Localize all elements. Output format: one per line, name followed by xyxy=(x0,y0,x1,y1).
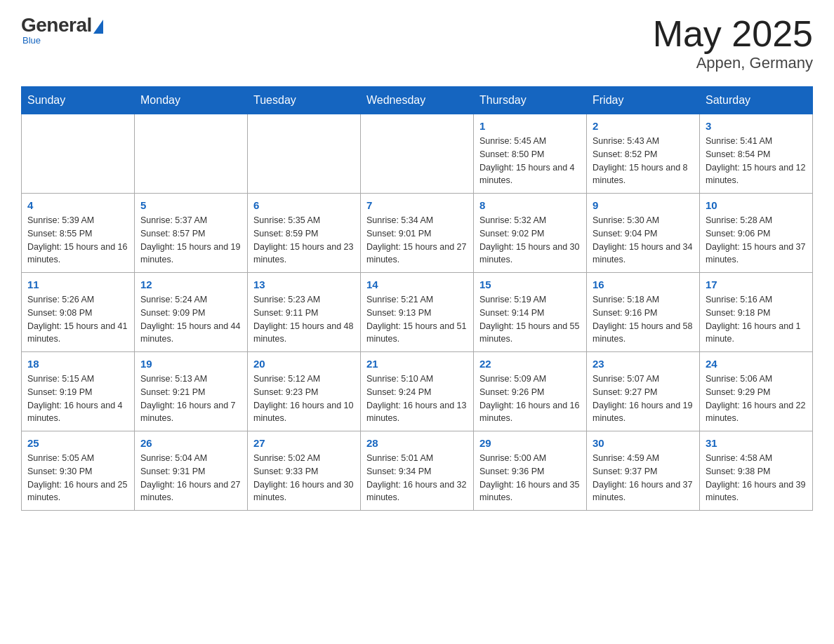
day-number: 24 xyxy=(706,358,807,370)
day-number: 8 xyxy=(479,199,581,211)
calendar-cell xyxy=(248,114,361,194)
calendar-cell: 20Sunrise: 5:12 AM Sunset: 9:23 PM Dayli… xyxy=(248,352,361,431)
day-number: 5 xyxy=(140,199,241,211)
day-of-week-sunday: Sunday xyxy=(22,87,135,114)
calendar-cell: 8Sunrise: 5:32 AM Sunset: 9:02 PM Daylig… xyxy=(474,194,587,273)
day-number: 6 xyxy=(253,199,355,211)
calendar-cell: 17Sunrise: 5:16 AM Sunset: 9:18 PM Dayli… xyxy=(700,273,813,352)
logo-general-text: General xyxy=(21,14,92,36)
day-info: Sunrise: 5:01 AM Sunset: 9:34 PM Dayligh… xyxy=(366,452,468,504)
day-number: 12 xyxy=(140,279,241,290)
day-info: Sunrise: 4:58 AM Sunset: 9:38 PM Dayligh… xyxy=(706,452,807,504)
day-number: 7 xyxy=(366,199,468,211)
day-info: Sunrise: 5:00 AM Sunset: 9:36 PM Dayligh… xyxy=(479,452,581,504)
day-info: Sunrise: 5:10 AM Sunset: 9:24 PM Dayligh… xyxy=(366,373,468,425)
calendar-cell: 2Sunrise: 5:43 AM Sunset: 8:52 PM Daylig… xyxy=(587,114,700,194)
day-number: 10 xyxy=(706,199,807,211)
day-number: 11 xyxy=(27,279,128,290)
calendar-cell xyxy=(22,114,135,194)
day-number: 22 xyxy=(479,358,581,370)
logo-blue-text: Blue xyxy=(22,35,41,46)
day-info: Sunrise: 5:02 AM Sunset: 9:33 PM Dayligh… xyxy=(253,452,355,504)
day-info: Sunrise: 5:30 AM Sunset: 9:04 PM Dayligh… xyxy=(593,214,694,267)
day-info: Sunrise: 5:43 AM Sunset: 8:52 PM Dayligh… xyxy=(593,135,694,187)
logo-triangle-icon xyxy=(93,20,103,34)
day-number: 26 xyxy=(140,437,241,449)
day-info: Sunrise: 5:32 AM Sunset: 9:02 PM Dayligh… xyxy=(479,214,581,267)
day-number: 17 xyxy=(706,279,807,290)
calendar-header-row: SundayMondayTuesdayWednesdayThursdayFrid… xyxy=(22,87,813,114)
calendar-cell: 7Sunrise: 5:34 AM Sunset: 9:01 PM Daylig… xyxy=(361,194,474,273)
day-number: 3 xyxy=(706,120,807,132)
day-number: 27 xyxy=(253,437,355,449)
day-number: 19 xyxy=(140,358,241,370)
day-info: Sunrise: 5:45 AM Sunset: 8:50 PM Dayligh… xyxy=(479,135,581,187)
day-info: Sunrise: 4:59 AM Sunset: 9:37 PM Dayligh… xyxy=(593,452,694,504)
day-number: 2 xyxy=(593,120,694,132)
day-number: 13 xyxy=(253,279,355,290)
calendar-cell: 24Sunrise: 5:06 AM Sunset: 9:29 PM Dayli… xyxy=(700,352,813,431)
calendar-cell xyxy=(135,114,248,194)
week-row-1: 1Sunrise: 5:45 AM Sunset: 8:50 PM Daylig… xyxy=(22,114,813,194)
day-info: Sunrise: 5:35 AM Sunset: 8:59 PM Dayligh… xyxy=(253,214,355,267)
calendar-cell: 25Sunrise: 5:05 AM Sunset: 9:30 PM Dayli… xyxy=(22,431,135,511)
day-info: Sunrise: 5:24 AM Sunset: 9:09 PM Dayligh… xyxy=(140,293,241,346)
week-row-2: 4Sunrise: 5:39 AM Sunset: 8:55 PM Daylig… xyxy=(22,194,813,273)
day-info: Sunrise: 5:21 AM Sunset: 9:13 PM Dayligh… xyxy=(366,293,468,346)
day-info: Sunrise: 5:19 AM Sunset: 9:14 PM Dayligh… xyxy=(479,293,581,346)
page-header: General Blue May 2025 Appen, Germany xyxy=(21,14,813,72)
calendar-cell: 16Sunrise: 5:18 AM Sunset: 9:16 PM Dayli… xyxy=(587,273,700,352)
calendar-cell: 13Sunrise: 5:23 AM Sunset: 9:11 PM Dayli… xyxy=(248,273,361,352)
location-text: Appen, Germany xyxy=(653,54,813,72)
day-info: Sunrise: 5:39 AM Sunset: 8:55 PM Dayligh… xyxy=(27,214,128,267)
day-info: Sunrise: 5:41 AM Sunset: 8:54 PM Dayligh… xyxy=(706,135,807,187)
calendar-cell: 21Sunrise: 5:10 AM Sunset: 9:24 PM Dayli… xyxy=(361,352,474,431)
day-info: Sunrise: 5:15 AM Sunset: 9:19 PM Dayligh… xyxy=(27,373,128,425)
day-info: Sunrise: 5:37 AM Sunset: 8:57 PM Dayligh… xyxy=(140,214,241,267)
day-number: 30 xyxy=(593,437,694,449)
day-number: 21 xyxy=(366,358,468,370)
calendar-cell: 9Sunrise: 5:30 AM Sunset: 9:04 PM Daylig… xyxy=(587,194,700,273)
day-info: Sunrise: 5:34 AM Sunset: 9:01 PM Dayligh… xyxy=(366,214,468,267)
week-row-4: 18Sunrise: 5:15 AM Sunset: 9:19 PM Dayli… xyxy=(22,352,813,431)
calendar-cell: 27Sunrise: 5:02 AM Sunset: 9:33 PM Dayli… xyxy=(248,431,361,511)
day-info: Sunrise: 5:23 AM Sunset: 9:11 PM Dayligh… xyxy=(253,293,355,346)
day-number: 4 xyxy=(27,199,128,211)
day-number: 25 xyxy=(27,437,128,449)
day-of-week-wednesday: Wednesday xyxy=(361,87,474,114)
week-row-5: 25Sunrise: 5:05 AM Sunset: 9:30 PM Dayli… xyxy=(22,431,813,511)
title-section: May 2025 Appen, Germany xyxy=(653,14,813,72)
day-number: 16 xyxy=(593,279,694,290)
day-number: 9 xyxy=(593,199,694,211)
calendar-cell: 22Sunrise: 5:09 AM Sunset: 9:26 PM Dayli… xyxy=(474,352,587,431)
day-number: 28 xyxy=(366,437,468,449)
calendar-cell: 30Sunrise: 4:59 AM Sunset: 9:37 PM Dayli… xyxy=(587,431,700,511)
calendar-cell xyxy=(361,114,474,194)
day-number: 31 xyxy=(706,437,807,449)
day-of-week-friday: Friday xyxy=(587,87,700,114)
calendar-cell: 5Sunrise: 5:37 AM Sunset: 8:57 PM Daylig… xyxy=(135,194,248,273)
day-info: Sunrise: 5:06 AM Sunset: 9:29 PM Dayligh… xyxy=(706,373,807,425)
calendar-cell: 10Sunrise: 5:28 AM Sunset: 9:06 PM Dayli… xyxy=(700,194,813,273)
day-info: Sunrise: 5:26 AM Sunset: 9:08 PM Dayligh… xyxy=(27,293,128,346)
calendar-cell: 3Sunrise: 5:41 AM Sunset: 8:54 PM Daylig… xyxy=(700,114,813,194)
calendar-cell: 4Sunrise: 5:39 AM Sunset: 8:55 PM Daylig… xyxy=(22,194,135,273)
calendar-cell: 6Sunrise: 5:35 AM Sunset: 8:59 PM Daylig… xyxy=(248,194,361,273)
calendar-cell: 31Sunrise: 4:58 AM Sunset: 9:38 PM Dayli… xyxy=(700,431,813,511)
calendar-cell: 23Sunrise: 5:07 AM Sunset: 9:27 PM Dayli… xyxy=(587,352,700,431)
logo: General Blue xyxy=(21,14,103,46)
calendar-cell: 11Sunrise: 5:26 AM Sunset: 9:08 PM Dayli… xyxy=(22,273,135,352)
day-info: Sunrise: 5:05 AM Sunset: 9:30 PM Dayligh… xyxy=(27,452,128,504)
day-info: Sunrise: 5:13 AM Sunset: 9:21 PM Dayligh… xyxy=(140,373,241,425)
month-year-title: May 2025 xyxy=(653,14,813,54)
calendar-cell: 28Sunrise: 5:01 AM Sunset: 9:34 PM Dayli… xyxy=(361,431,474,511)
calendar-cell: 18Sunrise: 5:15 AM Sunset: 9:19 PM Dayli… xyxy=(22,352,135,431)
day-number: 14 xyxy=(366,279,468,290)
day-info: Sunrise: 5:18 AM Sunset: 9:16 PM Dayligh… xyxy=(593,293,694,346)
calendar-cell: 14Sunrise: 5:21 AM Sunset: 9:13 PM Dayli… xyxy=(361,273,474,352)
day-number: 18 xyxy=(27,358,128,370)
day-info: Sunrise: 5:28 AM Sunset: 9:06 PM Dayligh… xyxy=(706,214,807,267)
day-number: 20 xyxy=(253,358,355,370)
week-row-3: 11Sunrise: 5:26 AM Sunset: 9:08 PM Dayli… xyxy=(22,273,813,352)
day-of-week-monday: Monday xyxy=(135,87,248,114)
